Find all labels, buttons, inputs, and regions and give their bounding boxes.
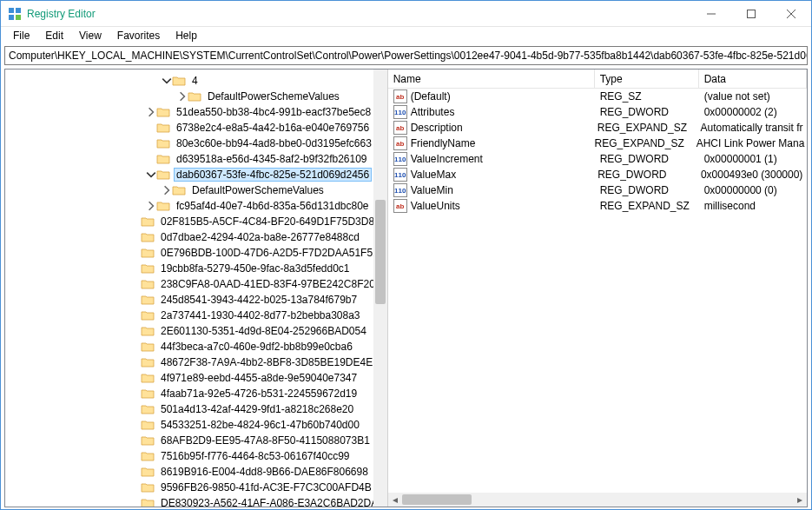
value-row[interactable]: abFriendlyNameREG_EXPAND_SZAHCI Link Pow… (388, 136, 807, 151)
tree-item[interactable]: 6738e2c4-e8a5-4a42-b16a-e040e769756 (5, 120, 387, 136)
tree-item-label: 54533251-82be-4824-96c1-47b60b740d00 (158, 418, 362, 432)
tree-item[interactable]: 0E796BDB-100D-47D6-A2D5-F7D2DAA51F51 (5, 245, 387, 261)
tree-item[interactable]: DefaultPowerSchemeValues (5, 89, 387, 104)
tree-item[interactable]: 245d8541-3943-4422-b025-13a784f679b7 (5, 292, 387, 308)
values-pane[interactable]: Name Type Data ab(Default)REG_SZ(value n… (388, 70, 807, 507)
tree-item[interactable]: 238C9FA8-0AAD-41ED-83F4-97BE242C8F20 (5, 276, 387, 292)
folder-icon (141, 262, 155, 275)
chevron-down-icon[interactable] (146, 169, 156, 180)
tree-item[interactable]: 48672F38-7A9A-4bb2-8BF8-3D85BE19DE4E (5, 354, 387, 370)
tree-spacer (146, 123, 156, 133)
chevron-right-icon[interactable] (146, 107, 156, 117)
binary-value-icon: 110 (393, 152, 407, 166)
tree-item[interactable]: 54533251-82be-4824-96c1-47b60b740d00 (5, 417, 387, 433)
tree-item[interactable]: 9596FB26-9850-41fd-AC3E-F7C3C00AFD4B (5, 480, 387, 495)
folder-icon (141, 325, 155, 337)
tree-item[interactable]: d639518a-e56d-4345-8af2-b9f32fb26109 (5, 151, 387, 167)
tree-item[interactable]: 4 (5, 73, 387, 89)
values-header: Name Type Data (388, 70, 807, 89)
tree-item[interactable]: 4f971e89-eebd-4455-a8de-9e59040e7347 (5, 370, 387, 386)
chevron-right-icon[interactable] (146, 201, 156, 211)
minimize-button[interactable] (691, 1, 731, 27)
chevron-right-icon[interactable] (177, 91, 188, 102)
tree-item[interactable]: 19cbb8fa-5279-450e-9fac-8a3d5fedd0c1 (5, 261, 387, 276)
tree-item[interactable]: fc95af4d-40e7-4b6d-835a-56d131dbc80e (5, 198, 387, 214)
value-row[interactable]: 110AttributesREG_DWORD0x00000002 (2) (388, 104, 807, 120)
maximize-button[interactable] (731, 1, 771, 27)
value-name: ValueMax (411, 169, 456, 181)
tree-item-label: 48672F38-7A9A-4bb2-8BF8-3D85BE19DE4E (158, 355, 375, 369)
tree-item-label: dab60367-53fe-4fbc-825e-521d069d2456 (174, 168, 372, 182)
tree-item[interactable]: 2a737441-1930-4402-8d77-b2bebba308a3 (5, 308, 387, 323)
folder-icon (172, 75, 186, 87)
binary-value-icon: 110 (393, 105, 407, 119)
column-header-data[interactable]: Data (699, 70, 807, 88)
menu-favorites[interactable]: Favorites (110, 28, 167, 43)
tree-item-label: d639518a-e56d-4345-8af2-b9f32fb26109 (174, 152, 370, 166)
chevron-down-icon[interactable] (162, 76, 172, 86)
column-header-name[interactable]: Name (388, 70, 595, 88)
value-row[interactable]: 110ValueIncrementREG_DWORD0x00000001 (1) (388, 151, 807, 167)
address-bar[interactable]: Computer\HKEY_LOCAL_MACHINE\SYSTEM\Curre… (4, 46, 808, 65)
folder-icon (156, 153, 170, 165)
column-header-type[interactable]: Type (595, 70, 699, 88)
folder-icon (156, 169, 170, 181)
titlebar: Registry Editor (1, 1, 811, 27)
folder-icon (141, 247, 155, 259)
svg-rect-1 (16, 8, 21, 13)
value-data: 0x00000000 (0) (699, 184, 807, 196)
menu-edit[interactable]: Edit (38, 28, 70, 43)
scrollbar-thumb[interactable] (375, 200, 386, 304)
value-row[interactable]: abValueUnitsREG_EXPAND_SZmillisecond (388, 198, 807, 214)
tree-item[interactable]: DE830923-A562-41AF-A086-E3A2C6BAD2DA (5, 495, 387, 507)
value-row[interactable]: abDescriptionREG_EXPAND_SZAutomatically … (388, 120, 807, 136)
value-row[interactable]: 110ValueMinREG_DWORD0x00000000 (0) (388, 182, 807, 198)
tree-item[interactable]: 02F815B5-A5CF-4C84-BF20-649D1F75D3D8 (5, 214, 387, 229)
svg-rect-5 (748, 10, 756, 17)
value-name: Description (411, 122, 463, 134)
tree-scrollbar[interactable] (373, 70, 387, 507)
tree-item[interactable]: 44f3beca-a7c0-460e-9df2-bb8b99e0cba6 (5, 339, 387, 354)
value-data: (value not set) (699, 90, 807, 103)
tree-item[interactable]: 7516b95f-f776-4464-8c53-06167f40cc99 (5, 448, 387, 464)
value-row[interactable]: 110ValueMaxREG_DWORD0x000493e0 (300000) (388, 167, 807, 182)
app-icon (8, 7, 22, 21)
menu-view[interactable]: View (72, 28, 109, 43)
folder-icon (188, 90, 201, 103)
tree-item-label: 6738e2c4-e8a5-4a42-b16a-e040e769756 (174, 121, 372, 135)
tree-spacer (130, 232, 141, 242)
scroll-right-icon[interactable]: ▸ (793, 493, 807, 507)
tree-item[interactable]: 4faab71a-92e5-4726-b531-224559672d19 (5, 386, 387, 401)
value-row[interactable]: ab(Default)REG_SZ(value not set) (388, 89, 807, 104)
value-data: 0x000493e0 (300000) (696, 169, 807, 181)
tree-spacer (130, 295, 141, 305)
tree-item[interactable]: dab60367-53fe-4fbc-825e-521d069d2456 (5, 167, 387, 182)
menu-file[interactable]: File (6, 28, 36, 43)
tree-item-label: fc95af4d-40e7-4b6d-835a-56d131dbc80e (174, 199, 372, 213)
tree-item[interactable]: 68AFB2D9-EE95-47A8-8F50-4115088073B1 (5, 433, 387, 448)
menu-help[interactable]: Help (168, 28, 204, 43)
tree-item-label: 80e3c60e-bb94-4ad8-bbe0-0d3195efc663 (174, 136, 374, 150)
folder-icon (156, 137, 170, 149)
value-data: 0x00000002 (2) (699, 106, 807, 118)
tree-item[interactable]: 2E601130-5351-4d9d-8E04-252966BAD054 (5, 323, 387, 339)
binary-value-icon: 110 (393, 168, 407, 182)
tree-spacer (130, 341, 141, 352)
tree-item[interactable]: 51dea550-bb38-4bc4-991b-eacf37be5ec8 (5, 104, 387, 120)
close-button[interactable] (771, 1, 811, 27)
chevron-right-icon[interactable] (162, 185, 172, 195)
folder-icon (141, 419, 155, 431)
tree-spacer (130, 498, 141, 507)
tree-item[interactable]: 80e3c60e-bb94-4ad8-bbe0-0d3195efc663 (5, 136, 387, 151)
tree-item[interactable]: DefaultPowerSchemeValues (5, 182, 387, 198)
scrollbar-thumb[interactable] (402, 494, 472, 505)
tree-item[interactable]: 8619B916-E004-4dd8-9B66-DAE86F806698 (5, 464, 387, 480)
tree-pane[interactable]: 4DefaultPowerSchemeValues51dea550-bb38-4… (5, 70, 388, 507)
string-value-icon: ab (393, 121, 407, 135)
tree-item[interactable]: 0d7dbae2-4294-402a-ba8e-26777e8488cd (5, 229, 387, 245)
scroll-left-icon[interactable]: ◂ (388, 493, 402, 507)
tree-item-label: 7516b95f-f776-4464-8c53-06167f40cc99 (158, 449, 353, 463)
values-hscrollbar[interactable]: ◂ ▸ (388, 493, 807, 507)
tree-item[interactable]: 501a4d13-42af-4429-9fd1-a8218c268e20 (5, 401, 387, 417)
tree-item-label: 245d8541-3943-4422-b025-13a784f679b7 (158, 293, 360, 307)
